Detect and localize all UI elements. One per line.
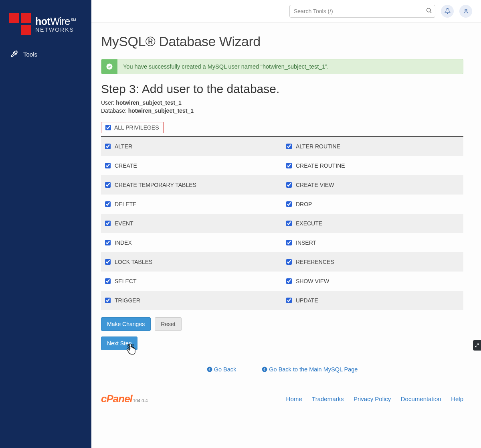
privilege-checkbox[interactable] — [286, 163, 292, 168]
step-heading: Step 3: Add user to the database. — [101, 82, 463, 96]
check-circle-icon — [101, 59, 117, 74]
privilege-checkbox[interactable] — [105, 259, 111, 265]
footer-link-trademarks[interactable]: Trademarks — [312, 395, 344, 402]
footer-link-home[interactable]: Home — [286, 395, 302, 402]
expand-icon — [475, 343, 479, 348]
privilege-item[interactable]: CREATE VIEW — [282, 175, 463, 195]
privilege-checkbox[interactable] — [105, 201, 111, 207]
svg-point-6 — [262, 367, 267, 372]
privilege-item[interactable]: CREATE ROUTINE — [282, 156, 463, 175]
privilege-label: DELETE — [115, 201, 136, 207]
logo-mark — [9, 13, 31, 35]
search-input[interactable] — [289, 5, 435, 18]
all-privileges-checkbox[interactable] — [105, 125, 111, 130]
privilege-checkbox[interactable] — [105, 182, 111, 188]
table-row: CREATE TEMPORARY TABLES CREATE VIEW — [101, 175, 463, 195]
privilege-label: REFERENCES — [296, 259, 334, 265]
svg-point-1 — [465, 9, 467, 11]
user-value: hotwiren_subject_test_1 — [116, 99, 181, 106]
brand-logo: hotWireSM NETWORKS — [0, 0, 91, 45]
privilege-item[interactable]: EVENT — [101, 214, 282, 233]
privilege-item[interactable]: ALTER — [101, 137, 282, 156]
privileges-table: ALTER ALTER ROUTINE CREATE CREATE ROUTIN… — [101, 136, 463, 310]
side-panel-toggle[interactable] — [473, 340, 481, 351]
privilege-item[interactable]: UPDATE — [282, 291, 463, 310]
privilege-label: ALTER ROUTINE — [296, 143, 340, 150]
table-row: ALTER ALTER ROUTINE — [101, 137, 463, 156]
privilege-checkbox[interactable] — [105, 144, 111, 149]
privilege-label: SELECT — [115, 278, 136, 284]
privilege-label: SHOW VIEW — [296, 278, 329, 284]
privilege-checkbox[interactable] — [286, 278, 292, 284]
privilege-checkbox[interactable] — [105, 298, 111, 303]
content: MySQL® Database Wizard You have successf… — [91, 22, 481, 413]
back-links: Go Back Go Back to the Main MySQL Page — [101, 366, 463, 373]
privilege-checkbox[interactable] — [286, 144, 292, 149]
privilege-item[interactable]: INSERT — [282, 233, 463, 252]
all-privileges-toggle[interactable]: ALL PRIVILEGES — [101, 122, 164, 133]
privilege-label: ALTER — [115, 143, 132, 150]
go-back-main-link[interactable]: Go Back to the Main MySQL Page — [262, 366, 358, 373]
make-changes-button[interactable]: Make Changes — [101, 317, 151, 331]
sidebar-item-label: Tools — [23, 51, 37, 58]
notifications-button[interactable] — [441, 5, 454, 18]
footer: cPanel104.0.4 Home Trademarks Privacy Po… — [101, 373, 463, 405]
user-label: User: — [101, 99, 114, 106]
tools-icon — [10, 50, 18, 59]
next-step-button[interactable]: Next Step — [101, 337, 137, 350]
privilege-item[interactable]: LOCK TABLES — [101, 252, 282, 272]
svg-point-0 — [427, 8, 430, 12]
privilege-item[interactable]: EXECUTE — [282, 214, 463, 233]
alert-message: You have successfully created a MySQL us… — [117, 59, 334, 74]
user-icon — [463, 8, 469, 14]
privilege-label: CREATE — [115, 162, 137, 169]
bell-icon — [445, 8, 451, 14]
privilege-item[interactable]: ALTER ROUTINE — [282, 137, 463, 156]
privilege-item[interactable]: INDEX — [101, 233, 282, 252]
privilege-checkbox[interactable] — [286, 182, 292, 188]
privilege-checkbox[interactable] — [105, 278, 111, 284]
privilege-checkbox[interactable] — [286, 298, 292, 303]
privilege-label: TRIGGER — [115, 297, 140, 304]
privilege-checkbox[interactable] — [105, 221, 111, 226]
privilege-item[interactable]: DELETE — [101, 195, 282, 214]
privilege-label: INSERT — [296, 239, 316, 246]
topbar — [91, 0, 481, 22]
arrow-left-circle-icon — [207, 367, 212, 372]
cpanel-brand: cPanel104.0.4 — [101, 393, 148, 405]
footer-link-documentation[interactable]: Documentation — [401, 395, 441, 402]
privilege-checkbox[interactable] — [105, 240, 111, 245]
privilege-item[interactable]: REFERENCES — [282, 252, 463, 272]
privilege-label: INDEX — [115, 239, 132, 246]
search-button[interactable] — [423, 6, 435, 17]
privilege-item[interactable]: DROP — [282, 195, 463, 214]
privilege-item[interactable]: CREATE — [101, 156, 282, 175]
table-row: LOCK TABLES REFERENCES — [101, 252, 463, 272]
privilege-label: CREATE ROUTINE — [296, 162, 345, 169]
reset-button[interactable]: Reset — [155, 317, 182, 331]
privilege-checkbox[interactable] — [105, 163, 111, 168]
svg-point-5 — [207, 367, 212, 372]
footer-link-privacy[interactable]: Privacy Policy — [354, 395, 391, 402]
account-button[interactable] — [459, 5, 472, 18]
database-value: hotwiren_subject_test_1 — [128, 107, 194, 114]
privilege-item[interactable]: CREATE TEMPORARY TABLES — [101, 175, 282, 195]
footer-link-help[interactable]: Help — [451, 395, 463, 402]
go-back-link[interactable]: Go Back — [207, 366, 236, 373]
privilege-label: EXECUTE — [296, 220, 322, 227]
privilege-item[interactable]: SELECT — [101, 272, 282, 291]
privilege-checkbox[interactable] — [286, 259, 292, 265]
cpanel-version: 104.0.4 — [133, 398, 148, 403]
privilege-item[interactable]: TRIGGER — [101, 291, 282, 310]
table-row: SELECT SHOW VIEW — [101, 272, 463, 291]
privilege-checkbox[interactable] — [286, 221, 292, 226]
privilege-checkbox[interactable] — [286, 240, 292, 245]
privilege-label: LOCK TABLES — [115, 259, 152, 265]
privilege-checkbox[interactable] — [286, 201, 292, 207]
page-title: MySQL® Database Wizard — [101, 34, 463, 49]
sidebar-item-tools[interactable]: Tools — [0, 45, 91, 64]
action-buttons: Make Changes Reset — [101, 317, 463, 331]
privilege-label: CREATE TEMPORARY TABLES — [115, 182, 196, 188]
privilege-label: DROP — [296, 201, 312, 207]
privilege-item[interactable]: SHOW VIEW — [282, 272, 463, 291]
